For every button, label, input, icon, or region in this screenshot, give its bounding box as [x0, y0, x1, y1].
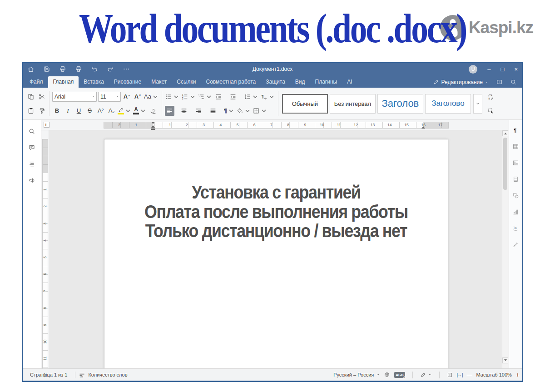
style-normal[interactable]: Обычный [282, 94, 328, 114]
full-screen-icon[interactable] [447, 372, 453, 378]
page-indicator[interactable]: Страница 1 из 1 [25, 372, 72, 377]
word-count-button[interactable]: Количество слов [79, 372, 127, 378]
superscript-button[interactable]: A² [96, 106, 105, 116]
copy-button[interactable] [26, 92, 35, 102]
editing-mode-dropdown[interactable]: Редактирование [433, 79, 489, 85]
numbering-button[interactable] [181, 92, 196, 102]
print-button[interactable] [59, 65, 66, 73]
justify-button[interactable] [208, 106, 218, 116]
formatting-marks-icon[interactable] [512, 127, 519, 134]
tab-layout[interactable]: Макет [146, 76, 172, 88]
style-heading1[interactable]: Заголов [377, 94, 423, 114]
save-button[interactable] [43, 65, 50, 73]
minimize-button[interactable]: – [487, 66, 490, 72]
shapes-icon[interactable] [512, 192, 519, 199]
zoom-out-button[interactable]: — [467, 372, 472, 378]
spell-check-badge[interactable]: АБВ [394, 372, 405, 378]
scrollbar-thumb[interactable] [503, 138, 507, 190]
undo-button[interactable] [91, 65, 98, 73]
shading-button[interactable] [236, 106, 251, 116]
borders-button[interactable] [253, 106, 268, 116]
right-indent-marker[interactable] [421, 124, 425, 129]
tab-stop-selector[interactable]: L [44, 122, 50, 128]
styles-gallery-expand-button[interactable] [473, 94, 482, 114]
redo-button[interactable] [107, 65, 114, 73]
tab-home[interactable]: Главная [48, 76, 79, 88]
share-button[interactable] [496, 79, 503, 85]
table-icon[interactable] [512, 143, 519, 150]
find-icon[interactable] [28, 128, 35, 135]
subscript-button[interactable]: A₂ [107, 106, 116, 116]
tab-ai[interactable]: AI [342, 76, 357, 88]
italic-button[interactable]: I [63, 106, 73, 116]
text-direction-button[interactable] [260, 92, 275, 102]
align-left-button[interactable] [165, 106, 174, 116]
tab-protection[interactable]: Защита [261, 76, 290, 88]
formatting-marks-button[interactable]: ¶ [224, 106, 235, 116]
document-page[interactable]: Установка с гарантиейОплата после выполн… [104, 139, 448, 368]
multilevel-list-button[interactable] [198, 92, 213, 102]
maximize-button[interactable]: □ [501, 66, 505, 72]
font-color-button[interactable]: A [133, 106, 147, 116]
tab-draw[interactable]: Рисование [109, 76, 146, 88]
read-aloud-icon[interactable] [28, 177, 35, 184]
user-avatar[interactable]: U [469, 65, 477, 74]
comments-icon[interactable] [28, 144, 35, 151]
home-button[interactable] [27, 65, 35, 73]
increase-indent-button[interactable] [228, 92, 238, 102]
change-case-button[interactable]: Aa [144, 92, 159, 102]
decrease-indent-button[interactable] [214, 92, 223, 102]
vertical-scrollbar[interactable] [502, 130, 509, 368]
tab-view[interactable]: Вид [290, 76, 310, 88]
tab-plugins[interactable]: Плагины [310, 76, 342, 88]
tab-file[interactable]: Файл [25, 76, 48, 88]
tab-insert[interactable]: Вставка [79, 76, 109, 88]
scroll-down-button[interactable] [502, 357, 508, 363]
bullets-button[interactable] [165, 92, 180, 102]
hanging-indent-marker[interactable] [151, 124, 155, 128]
style-no-spacing[interactable]: Без интервал [330, 94, 376, 114]
navigation-pane-icon[interactable] [28, 160, 35, 168]
zoom-in-button[interactable]: + [516, 371, 520, 378]
horizontal-ruler[interactable]: L 12 12345678910111213141516 17 [41, 120, 509, 130]
spelling-assist-button[interactable] [420, 372, 432, 378]
close-button[interactable]: × [514, 66, 518, 72]
left-indent-marker[interactable] [151, 129, 155, 130]
shrink-font-button[interactable]: A▼ [133, 92, 143, 102]
language-selector[interactable]: Русский – Россия [333, 372, 380, 377]
text-art-icon[interactable] [512, 225, 519, 232]
more-commands-button[interactable] [123, 65, 130, 73]
scroll-up-button[interactable] [502, 130, 508, 136]
paste-icon [27, 107, 35, 114]
tab-references[interactable]: Ссылки [172, 76, 201, 88]
style-heading2[interactable]: Заголово [425, 94, 471, 114]
translate-globe-icon[interactable] [384, 372, 390, 378]
cut-button[interactable] [37, 92, 46, 102]
strikethrough-button[interactable]: S [85, 106, 94, 116]
header-footer-icon[interactable] [512, 176, 519, 183]
format-painter-button[interactable] [37, 106, 46, 116]
font-size-select[interactable]: 11 [98, 92, 121, 102]
paste-button[interactable] [26, 106, 35, 116]
grow-font-button[interactable]: A▲ [122, 92, 132, 102]
highlight-color-button[interactable] [118, 106, 132, 116]
search-button[interactable] [510, 79, 517, 85]
tab-collaboration[interactable]: Совместная работа [201, 76, 261, 88]
vertical-ruler[interactable]: 123456789101112 [41, 130, 49, 368]
line-spacing-button[interactable] [244, 92, 259, 102]
align-center-button[interactable] [179, 106, 189, 116]
chart-icon[interactable] [512, 208, 519, 215]
align-right-button[interactable] [194, 106, 203, 116]
replace-button[interactable] [486, 92, 495, 102]
underline-button[interactable]: U [74, 106, 84, 116]
zoom-level[interactable]: Масштаб 100% [476, 372, 512, 377]
ink-pen-icon[interactable] [512, 241, 519, 248]
bold-button[interactable]: B [52, 106, 62, 116]
fit-width-button[interactable]: |↔| [457, 372, 463, 377]
clear-formatting-button[interactable] [148, 106, 158, 116]
image-icon[interactable] [512, 159, 519, 166]
print-preview-button[interactable] [75, 65, 82, 73]
select-button[interactable] [486, 105, 495, 115]
document-canvas[interactable]: Установка с гарантиейОплата после выполн… [49, 130, 502, 368]
font-name-select[interactable]: Arial [52, 92, 97, 102]
